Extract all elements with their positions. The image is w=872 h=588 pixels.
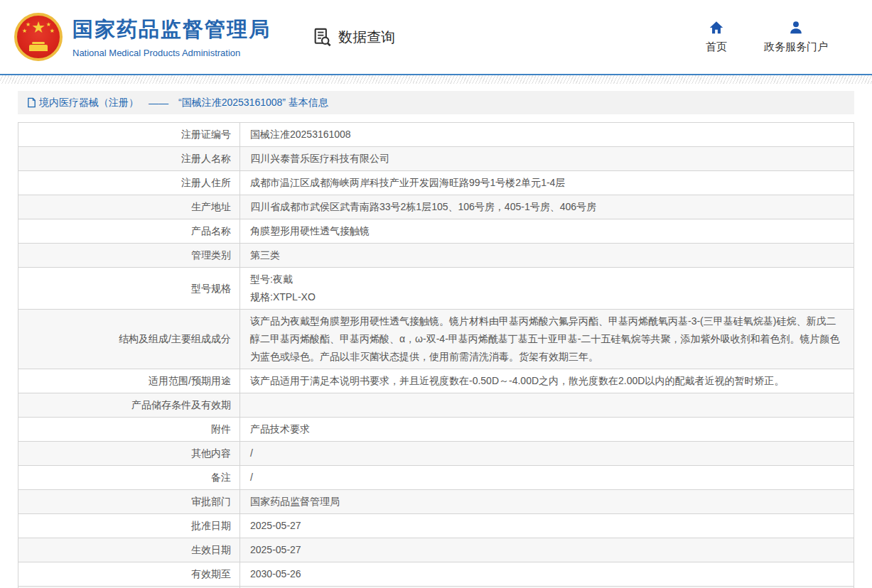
org-title-cn: 国家药品监督管理局 <box>72 16 271 44</box>
row-value: 四川省成都市武侯区武青南路33号2栋1层105、106号房，405-1号房、40… <box>240 195 854 219</box>
breadcrumb-category[interactable]: 境内医疗器械（注册） <box>39 97 139 109</box>
table-row: 管理类别第三类 <box>18 244 854 268</box>
row-value: 国家药品监督管理局 <box>240 490 854 513</box>
registration-table: 注册证编号国械注准20253161008注册人名称四川兴泰普乐医疗科技有限公司注… <box>18 122 854 588</box>
row-label: 备注 <box>18 466 240 489</box>
site-logo[interactable]: ★ ★ ★ ★ ★ 国家药品监督管理局 National Medical Pro… <box>14 13 271 61</box>
row-label: 审批部门 <box>18 490 240 513</box>
table-row: 生效日期2025-05-27 <box>18 538 854 562</box>
table-row: 生产地址四川省成都市武侯区武青南路33号2栋1层105、106号房，405-1号… <box>18 195 854 219</box>
breadcrumb-separator: —— <box>149 97 168 109</box>
row-value: 四川兴泰普乐医疗科技有限公司 <box>240 147 854 170</box>
nav-home[interactable]: 首页 <box>706 20 727 54</box>
nav-home-label: 首页 <box>706 40 727 54</box>
row-value: 产品技术要求 <box>240 418 854 441</box>
table-row: 注册证编号国械注准20253161008 <box>18 123 854 147</box>
table-row: 审批部门国家药品监督管理局 <box>18 490 854 514</box>
row-value: 2025-05-27 <box>240 514 854 538</box>
row-value: 2030-05-26 <box>240 562 854 586</box>
row-value: 国械注准20253161008 <box>240 123 854 146</box>
org-title: 国家药品监督管理局 National Medical Products Admi… <box>72 16 271 58</box>
table-row: 结构及组成/主要组成成分该产品为夜戴型角膜塑形用硬性透气接触镜。镜片材料由甲基丙… <box>18 310 854 369</box>
header-nav: 首页 政务服务门户 <box>706 20 848 54</box>
document-icon <box>26 97 37 108</box>
data-query-label: 数据查询 <box>338 28 395 47</box>
row-value <box>240 393 854 417</box>
row-label: 型号规格 <box>18 268 240 309</box>
nav-gov-portal-label: 政务服务门户 <box>764 40 828 54</box>
site-header: ★ ★ ★ ★ ★ 国家药品监督管理局 National Medical Pro… <box>0 0 872 74</box>
data-query-tab[interactable]: 数据查询 <box>312 27 395 47</box>
table-row: 有效期至2030-05-26 <box>18 562 854 587</box>
table-row: 其他内容/ <box>18 442 854 466</box>
china-national-emblem-icon: ★ ★ ★ ★ ★ <box>14 13 63 61</box>
table-row: 产品储存条件及有效期 <box>18 393 854 418</box>
row-label: 注册人名称 <box>18 147 240 170</box>
table-row: 备注/ <box>18 466 854 490</box>
row-label: 其他内容 <box>18 442 240 465</box>
table-row: 注册人名称四川兴泰普乐医疗科技有限公司 <box>18 147 854 171</box>
row-value: / <box>240 442 854 465</box>
table-row: 附件产品技术要求 <box>18 418 854 442</box>
row-label: 批准日期 <box>18 514 240 538</box>
row-label: 结构及组成/主要组成成分 <box>18 310 240 369</box>
header-stripe-band <box>0 75 872 84</box>
row-value: 第三类 <box>240 244 854 267</box>
row-label: 产品名称 <box>18 219 240 243</box>
row-label: 管理类别 <box>18 244 240 267</box>
row-value: / <box>240 466 854 489</box>
row-value: 2025-05-27 <box>240 538 854 562</box>
document-search-icon <box>312 27 332 47</box>
row-value: 角膜塑形用硬性透气接触镜 <box>240 219 854 243</box>
row-value: 成都市温江区成都海峡两岸科技产业开发园海旺路99号1号楼2单元1-4层 <box>240 171 854 195</box>
row-label: 有效期至 <box>18 562 240 586</box>
row-value: 型号:夜戴 规格:XTPL-XO <box>240 268 854 309</box>
row-label: 附件 <box>18 418 240 441</box>
user-icon <box>788 20 804 36</box>
row-label: 适用范围/预期用途 <box>18 369 240 393</box>
table-row: 批准日期2025-05-27 <box>18 514 854 538</box>
org-title-en: National Medical Products Administration <box>72 48 271 58</box>
breadcrumb-current: “国械注准20253161008” 基本信息 <box>178 97 328 109</box>
row-label: 生产地址 <box>18 195 240 219</box>
table-row: 产品名称角膜塑形用硬性透气接触镜 <box>18 219 854 244</box>
table-row: 注册人住所成都市温江区成都海峡两岸科技产业开发园海旺路99号1号楼2单元1-4层 <box>18 171 854 195</box>
table-row: 型号规格型号:夜戴 规格:XTPL-XO <box>18 268 854 310</box>
table-row: 适用范围/预期用途该产品适用于满足本说明书要求，并且近视度数在-0.50D～-4… <box>18 369 854 393</box>
row-label: 注册证编号 <box>18 123 240 146</box>
breadcrumb: 境内医疗器械（注册） —— “国械注准20253161008” 基本信息 <box>18 91 854 114</box>
row-value: 该产品为夜戴型角膜塑形用硬性透气接触镜。镜片材料由甲基丙烯酸六氟异丙酯、甲基丙烯… <box>240 310 854 369</box>
nav-gov-portal[interactable]: 政务服务门户 <box>764 20 828 54</box>
row-label: 生效日期 <box>18 538 240 562</box>
home-icon <box>709 20 724 36</box>
row-label: 产品储存条件及有效期 <box>18 393 240 417</box>
row-value: 该产品适用于满足本说明书要求，并且近视度数在-0.50D～-4.00D之内，散光… <box>240 369 854 393</box>
row-label: 注册人住所 <box>18 171 240 195</box>
